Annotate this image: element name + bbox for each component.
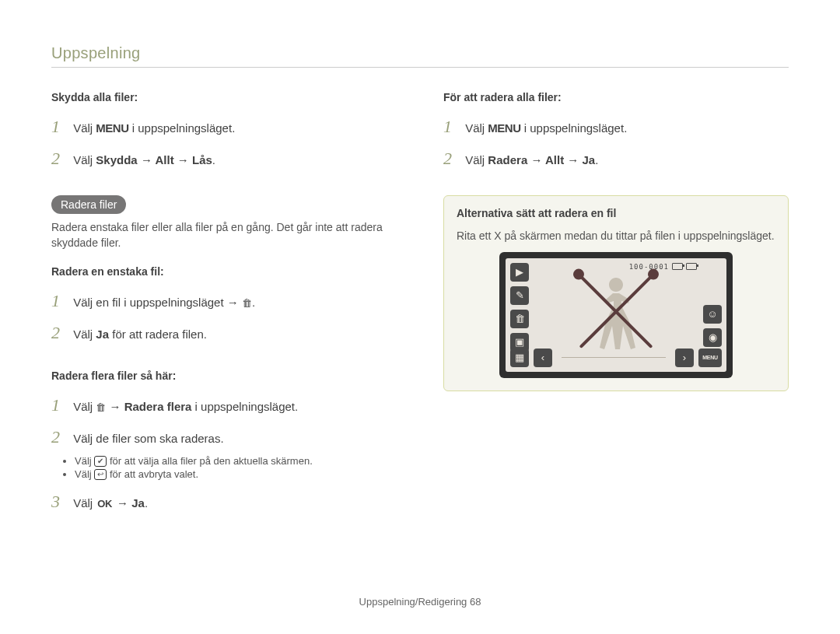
text: Välj	[75, 455, 94, 467]
step-number: 2	[51, 319, 70, 346]
text: i uppspelningsläget.	[129, 121, 236, 135]
text: Välj	[465, 153, 488, 166]
battery-icon	[686, 263, 697, 270]
face-icon: ☺	[703, 305, 722, 324]
footer-section: Uppspelning/Redigering	[359, 596, 470, 608]
bullet: Välj för att avbryta valet.	[75, 468, 397, 480]
text: Välj	[75, 468, 94, 480]
text: Välj en fil i uppspelningsläget →	[73, 296, 242, 309]
text: för att avbryta valet.	[107, 468, 198, 480]
screen-left-icons: ▶ ✎ 🗑 ▣	[510, 263, 529, 352]
cancel-icon	[94, 469, 107, 480]
trash-icon	[242, 296, 252, 309]
step-number: 2	[443, 145, 462, 172]
text: Välj	[73, 121, 96, 135]
play-icon: ▶	[510, 263, 529, 282]
step-single-1: 1 Välj en fil i uppspelningsläget → .	[51, 287, 397, 314]
text: för att välja alla filer på den aktuella…	[107, 455, 312, 467]
screen-right-icons: ☺ ◉	[703, 263, 722, 347]
heading-delete-single: Radera en enstaka fil:	[51, 265, 397, 278]
text-bold: Skydda → Allt → Lås	[96, 153, 212, 166]
text-bold: Radera → Allt → Ja	[488, 153, 595, 166]
trash-icon	[96, 400, 106, 413]
menu-icon: MENU	[698, 349, 722, 367]
text: i uppspelningsläget.	[191, 400, 298, 413]
heading-delete-multi: Radera flera filer så här:	[51, 370, 397, 382]
text: .	[252, 296, 255, 309]
thumbnail-icon: ▦	[510, 349, 529, 367]
text: .	[595, 153, 598, 166]
delete-intro: Radera enstaka filer eller alla filer på…	[51, 220, 397, 250]
tip-text: Rita ett X på skärmen medan du tittar på…	[457, 229, 775, 244]
step-all-1: 1 Välj MENU i uppspelningsläget.	[443, 113, 789, 140]
record-icon: ◉	[703, 328, 722, 347]
bullet: Välj för att välja alla filer på den akt…	[75, 455, 397, 467]
screen-bottom-bar: ▦ ‹ › MENU	[510, 349, 722, 367]
step-number: 1	[51, 391, 70, 419]
step-number: 1	[51, 287, 70, 314]
menu-icon: MENU	[488, 121, 520, 135]
step-protect-2: 2 Välj Skydda → Allt → Lås.	[51, 145, 397, 172]
step-number: 2	[51, 145, 70, 172]
ok-icon: OK	[96, 496, 114, 513]
pill-delete-files: Radera filer	[51, 195, 126, 214]
text: Välj	[73, 153, 96, 166]
step-protect-1: 1 Välj MENU i uppspelningsläget.	[51, 113, 397, 140]
text: Välj	[465, 121, 488, 135]
text: .	[212, 153, 215, 166]
text: för att radera filen.	[109, 328, 207, 341]
step-number: 1	[51, 113, 70, 140]
text: .	[145, 496, 148, 510]
text-bold: → Radera flera	[106, 400, 191, 413]
step-multi-2: 2 Välj de filer som ska raderas.	[51, 423, 397, 450]
tip-box: Alternativa sätt att radera en fil Rita …	[443, 195, 789, 391]
text: Välj de filer som ska raderas.	[73, 432, 223, 445]
text: Välj	[73, 496, 96, 510]
next-icon: ›	[675, 349, 694, 367]
trash-icon: 🗑	[510, 310, 529, 328]
step-multi-1: 1 Välj → Radera flera i uppspelningsläge…	[51, 391, 397, 419]
page-title: Uppspelning	[51, 44, 789, 62]
edit-icon: ✎	[510, 286, 529, 305]
heading-delete-all: För att radera alla filer:	[443, 91, 789, 103]
battery-icon	[672, 263, 683, 270]
step-single-2: 2 Välj Ja för att radera filen.	[51, 319, 397, 346]
step-number: 3	[51, 488, 70, 515]
divider	[51, 67, 789, 68]
left-column: Skydda alla filer: 1 Välj MENU i uppspel…	[51, 91, 397, 520]
text: Välj	[73, 328, 96, 341]
text-bold: → Ja	[114, 496, 145, 510]
heading-protect-all: Skydda alla filer:	[51, 91, 397, 103]
select-all-icon	[94, 456, 107, 467]
tip-heading: Alternativa sätt att radera en fil	[457, 207, 775, 219]
text: Välj	[73, 400, 96, 413]
step-multi-3: 3 Välj OK → Ja.	[51, 488, 397, 515]
text: i uppspelningsläget.	[521, 121, 628, 135]
menu-icon: MENU	[96, 121, 128, 135]
step-number: 1	[443, 113, 462, 140]
page-footer: Uppspelning/Redigering 68	[0, 596, 840, 608]
camera-screen: ▶ ✎ 🗑 ▣ ☺ ◉ 100-0001	[499, 252, 733, 378]
x-gesture	[573, 269, 659, 355]
text-bold: Ja	[96, 328, 109, 341]
right-column: För att radera alla filer: 1 Välj MENU i…	[443, 91, 789, 520]
step-number: 2	[51, 423, 70, 450]
footer-page-number: 68	[470, 596, 481, 608]
prev-icon: ‹	[534, 349, 552, 367]
multi-bullets: Välj för att välja alla filer på den akt…	[75, 455, 397, 480]
step-all-2: 2 Välj Radera → Allt → Ja.	[443, 145, 789, 172]
